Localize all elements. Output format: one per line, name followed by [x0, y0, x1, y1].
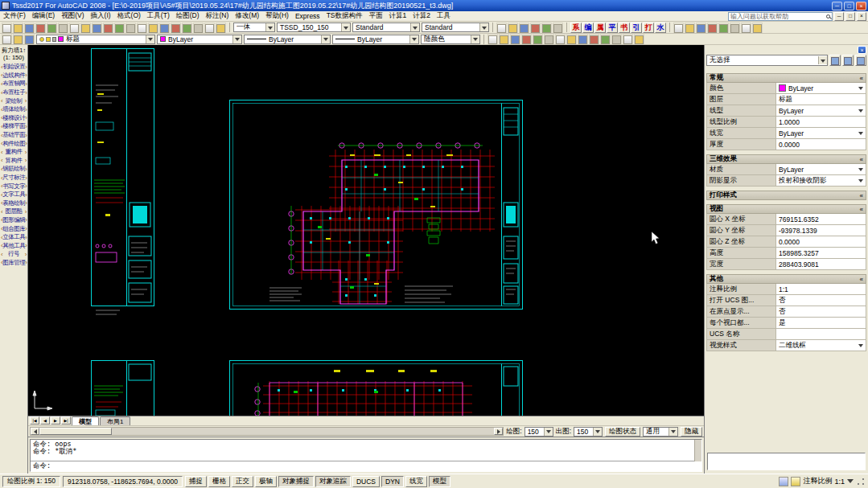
palette-item[interactable]: 组合图库 — [0, 224, 27, 233]
layer-properties-manager-icon[interactable] — [2, 34, 12, 44]
status-mode-button[interactable]: DUCS — [352, 476, 380, 487]
palette-item[interactable]: 楼梯设计 — [0, 114, 27, 123]
layer-lock-icon[interactable] — [533, 34, 543, 44]
palette-item[interactable]: 初始设置 — [0, 63, 27, 72]
offset-icon[interactable] — [589, 34, 599, 44]
table-style-dropdown[interactable]: Standard — [352, 23, 420, 32]
tssd-char-button[interactable]: 编 — [582, 23, 594, 33]
properties-icon[interactable] — [182, 23, 192, 33]
mleader-style-dropdown[interactable]: Standard — [422, 23, 489, 32]
erase-icon[interactable] — [634, 34, 644, 44]
select-objects-icon[interactable] — [842, 55, 854, 66]
collapse-icon[interactable] — [860, 276, 863, 283]
command-prompt[interactable]: 命令: — [31, 461, 701, 470]
doc-minimize-button[interactable]: ─ — [834, 12, 844, 21]
previous-tab-button[interactable]: ◀ — [40, 416, 50, 424]
close-button[interactable]: × — [856, 2, 866, 10]
menu-item[interactable]: Express — [292, 11, 323, 21]
status-mode-button[interactable]: 极轴 — [255, 476, 277, 487]
zoom-realtime-icon[interactable] — [148, 23, 158, 33]
chevron-down-icon[interactable] — [341, 23, 350, 31]
ts-dim-icon[interactable] — [752, 23, 763, 33]
ts-stair-icon[interactable] — [718, 23, 729, 33]
menu-item[interactable]: 格式(O) — [114, 11, 144, 21]
command-scrollbar[interactable] — [694, 440, 701, 461]
chevron-down-icon[interactable] — [593, 428, 602, 436]
status-mode-button[interactable]: 对象追踪 — [315, 476, 351, 487]
chevron-down-icon[interactable] — [410, 23, 419, 31]
menu-item[interactable]: 修改(M) — [232, 11, 262, 21]
horizontal-scrollbar[interactable] — [30, 427, 504, 436]
copy-icon[interactable] — [80, 23, 91, 33]
annotation-scale-value[interactable]: 1:1 — [834, 478, 845, 486]
toggle-pickadd-icon[interactable] — [829, 55, 841, 66]
menu-item[interactable]: 帮助(H) — [262, 11, 292, 21]
tssd-char-button[interactable]: 书 — [619, 23, 630, 33]
doc-close-button[interactable]: × — [857, 12, 866, 21]
menu-item[interactable]: 平面 — [366, 11, 386, 21]
palette-item[interactable]: 边线构件 — [0, 72, 27, 80]
palette-item[interactable]: 书写文字 — [0, 182, 27, 191]
status-mode-button[interactable]: 对象捕捉 — [278, 476, 314, 487]
first-tab-button[interactable]: |◀ — [30, 416, 39, 424]
status-mode-button[interactable]: 模型 — [429, 476, 450, 487]
chevron-down-icon[interactable] — [471, 35, 479, 43]
layer-off-icon[interactable] — [510, 34, 520, 44]
section-header-misc[interactable]: 其他 — [706, 274, 866, 284]
quick-select-icon[interactable] — [855, 55, 866, 66]
chevron-down-icon[interactable] — [265, 23, 274, 31]
chevron-down-icon[interactable] — [544, 428, 553, 436]
collapse-icon[interactable] — [860, 75, 863, 82]
menu-item[interactable]: 绘图(D) — [173, 11, 203, 21]
status-mode-button[interactable]: 捕捉 — [185, 476, 207, 487]
ts-rebar-icon[interactable] — [730, 23, 740, 33]
menu-item[interactable]: 工具 — [434, 11, 454, 21]
status-mode-button[interactable]: 正交 — [232, 476, 253, 487]
new-file-icon[interactable] — [2, 23, 12, 33]
chevron-down-icon[interactable] — [668, 428, 677, 436]
palette-item[interactable]: 文字工具 — [0, 191, 27, 199]
palette-item[interactable]: 图形编辑 — [0, 216, 27, 225]
properties-close-icon[interactable]: × — [858, 46, 866, 54]
mirror-icon[interactable] — [578, 34, 588, 44]
chevron-down-icon[interactable] — [818, 56, 827, 64]
next-tab-button[interactable]: ▶ — [51, 416, 60, 424]
trim-icon[interactable] — [600, 34, 611, 44]
chevron-down-icon[interactable] — [321, 35, 330, 43]
minimize-button[interactable]: ─ — [832, 2, 842, 10]
palette-item[interactable]: 表格绘制 — [0, 199, 27, 208]
ts-wall-icon[interactable] — [673, 23, 684, 33]
ts-beam-icon[interactable] — [685, 23, 695, 33]
dim-style-dropdown[interactable]: TSSD_150_150 — [277, 23, 351, 32]
menu-item[interactable]: 工具(T) — [144, 11, 173, 21]
cut-icon[interactable] — [69, 23, 80, 33]
tool-palettes-icon[interactable] — [204, 23, 215, 33]
chevron-down-icon[interactable] — [479, 23, 488, 31]
ts-text-icon[interactable] — [741, 23, 751, 33]
doc-restore-button[interactable]: □ — [845, 12, 855, 21]
status-mode-button[interactable]: 线宽 — [405, 476, 427, 487]
plot-icon[interactable] — [35, 23, 46, 33]
menu-item[interactable]: 文件(F) — [0, 11, 29, 21]
palette-item[interactable]: 基础平面 — [0, 131, 27, 140]
move-icon[interactable] — [544, 34, 554, 44]
zoom-previous-icon[interactable] — [171, 23, 181, 33]
plot-style-dropdown[interactable]: 随颜色 — [421, 35, 480, 44]
linetype-dropdown[interactable]: ByLayer — [244, 35, 331, 44]
layer-freeze-icon[interactable] — [521, 34, 532, 44]
menu-item[interactable]: TS数据构件 — [323, 11, 366, 21]
menu-item[interactable]: 插入(I) — [88, 11, 114, 21]
palette-item[interactable]: 算构件 — [0, 157, 27, 166]
coordinates-display[interactable]: 912318.0758, -118625.7694, 0.0000 — [63, 476, 183, 487]
palette-item[interactable]: 重构件 — [0, 148, 27, 157]
ts-column-icon[interactable] — [696, 23, 706, 33]
annotation-visibility-icon[interactable] — [791, 477, 800, 486]
layout-tab[interactable]: 模型 — [72, 416, 99, 425]
palette-item[interactable]: 布置柱子 — [0, 88, 27, 97]
chevron-down-icon[interactable] — [409, 35, 418, 43]
rotate-icon[interactable] — [566, 34, 577, 44]
redo-icon[interactable] — [125, 23, 136, 33]
paste-icon[interactable] — [92, 23, 102, 33]
search-icon[interactable] — [826, 14, 830, 18]
scroll-right-icon[interactable] — [494, 428, 503, 435]
